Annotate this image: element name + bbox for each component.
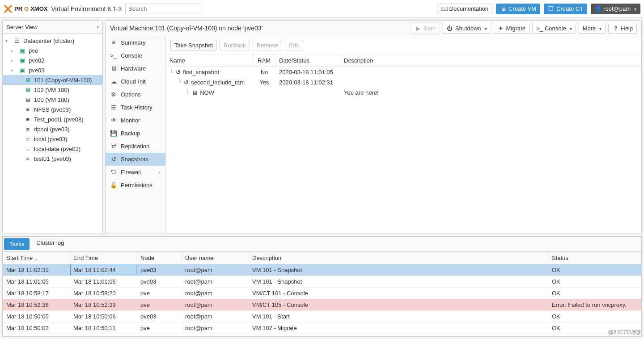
menu-hardware[interactable]: 🖥Hardware: [106, 62, 165, 75]
datacenter-icon: ☰: [13, 38, 21, 44]
collapse-icon[interactable]: ▾: [11, 68, 16, 73]
col-desc[interactable]: Description: [340, 54, 641, 67]
col-name[interactable]: Name: [166, 54, 253, 67]
task-start: Mar 18 11:01:05: [3, 276, 70, 287]
summary-icon: ≡: [110, 39, 117, 46]
tree-node-pve02[interactable]: ▸▣pve02: [3, 55, 102, 65]
task-row[interactable]: Mar 18 10:58:17Mar 18 10:58:20pveroot@pa…: [3, 288, 641, 299]
task-status: Error: Failed to run vncproxy.: [548, 299, 641, 310]
tab-cluster-log[interactable]: Cluster log: [31, 237, 69, 251]
collapse-icon[interactable]: ▾: [5, 38, 11, 43]
product-name-pr: PR: [14, 5, 22, 12]
tree-item-localdata[interactable]: ≡local-data (pve03): [3, 144, 102, 154]
proxmox-icon: [4, 4, 13, 13]
task-row[interactable]: Mar 18 10:50:05Mar 18 10:50:06pve03root@…: [3, 311, 641, 322]
col-end[interactable]: End Time: [70, 252, 137, 264]
col-ram[interactable]: RAM: [253, 54, 275, 67]
menu-options[interactable]: ⚙Options: [106, 88, 165, 101]
task-node: pve: [137, 299, 182, 310]
main-area: Server View▾ ▾ ☰ Datacenter (cluster) ▸▣…: [0, 18, 644, 236]
tree-item-102[interactable]: 🖥102 (VM 100): [3, 85, 102, 95]
tree-view-selector[interactable]: Server View▾: [3, 21, 102, 34]
tree-label: dpool (pve03): [34, 126, 70, 133]
menu-label: Console: [121, 52, 142, 59]
menu-replication[interactable]: ⇄Replication: [106, 140, 165, 153]
tab-tasks[interactable]: Tasks: [4, 238, 30, 250]
task-columns: Start Time ↓ End Time Node User name Des…: [3, 252, 641, 264]
tree-datacenter[interactable]: ▾ ☰ Datacenter (cluster): [3, 36, 102, 46]
col-desc[interactable]: Description: [249, 252, 548, 264]
snapshot-row[interactable]: └↺second_include_ramYes2020-03-18 11:02:…: [166, 77, 641, 88]
tree-label: local-data (pve03): [34, 146, 80, 152]
expand-icon[interactable]: ▸: [11, 48, 16, 53]
task-user: root@pam: [182, 322, 249, 334]
snapshot-row[interactable]: └🖥NOWYou are here!: [166, 88, 641, 98]
task-row[interactable]: Mar 18 11:01:05Mar 18 11:01:06pve03root@…: [3, 276, 641, 288]
tree-label: local (pve03): [34, 136, 67, 142]
product-logo: PROXMOX: [4, 4, 47, 13]
more-button[interactable]: More: [579, 23, 606, 33]
menu-cloud-init[interactable]: ☁Cloud-Init: [106, 75, 165, 88]
start-button[interactable]: ▶Start: [411, 23, 440, 33]
send-icon: ✈: [498, 25, 504, 32]
col-user[interactable]: User name: [182, 252, 249, 264]
menu-summary[interactable]: ≡Summary: [106, 36, 165, 49]
vm-off-icon: 🖥: [24, 96, 31, 103]
create-vm-button[interactable]: 🖥Create VM: [496, 4, 540, 14]
snapshot-date: 2020-03-18 11:01:05: [275, 67, 340, 77]
col-node[interactable]: Node: [137, 252, 182, 264]
monitor-icon: 🖥: [500, 5, 506, 12]
tree-item-tp1[interactable]: ≡Test_pool1 (pve03): [3, 114, 102, 124]
replication-icon: ⇄: [110, 143, 117, 150]
tree-label: Test_pool1 (pve03): [34, 116, 84, 123]
remove-button[interactable]: Remove: [253, 40, 282, 50]
storage-icon: ≡: [24, 146, 31, 152]
task-row[interactable]: Mar 18 10:50:03Mar 18 10:50:11pveroot@pa…: [3, 322, 641, 334]
task-start: Mar 18 10:50:03: [3, 322, 70, 334]
expand-icon[interactable]: ▸: [11, 58, 16, 63]
task-user: root@pam: [182, 264, 249, 276]
menu-snapshots[interactable]: ↺Snapshots: [106, 153, 165, 166]
user-menu-button[interactable]: 👤root@pam: [591, 4, 640, 14]
task-end: Mar 18 11:02:44: [70, 264, 137, 276]
console-button[interactable]: >_Console: [532, 23, 576, 33]
snapshot-date: [275, 88, 340, 98]
task-row[interactable]: Mar 18 11:02:31Mar 18 11:02:44pve03root@…: [3, 264, 641, 276]
task-row[interactable]: Mar 18 10:52:38Mar 18 10:52:39pveroot@pa…: [3, 299, 641, 311]
menu-task-history[interactable]: ☰Task History: [106, 101, 165, 114]
shutdown-button[interactable]: ⏻Shutdown: [443, 23, 491, 33]
task-end: Mar 18 10:50:06: [70, 311, 137, 322]
col-status[interactable]: Status: [548, 252, 641, 264]
snapshot-ram: [253, 88, 275, 98]
snapshot-name: first_snapshot: [183, 69, 219, 75]
tree-item-test01[interactable]: ≡test01 (pve03): [3, 154, 102, 163]
tree-item-local[interactable]: ≡local (pve03): [3, 134, 102, 144]
create-ct-button[interactable]: ❒Create CT: [544, 4, 587, 14]
snapshot-row[interactable]: └↺first_snapshotNo2020-03-18 11:01:05: [166, 67, 641, 77]
menu-firewall[interactable]: 🛡Firewall▸: [106, 166, 165, 179]
menu-backup[interactable]: 💾Backup: [106, 127, 165, 140]
tree-item-100[interactable]: 🖥100 (VM 100): [3, 95, 102, 105]
tree-node-pve03[interactable]: ▾▣pve03: [3, 65, 102, 75]
tree-item-101[interactable]: 🖥101 (Copy-of-VM-100): [3, 75, 102, 85]
search-input[interactable]: [125, 4, 201, 14]
menu-monitor[interactable]: 👁Monitor: [106, 114, 165, 127]
tree-elbow-icon: └: [186, 89, 190, 96]
tree-item-nfss[interactable]: ≡NFSS (pve03): [3, 105, 102, 114]
tree-item-dpool[interactable]: ≡dpool (pve03): [3, 124, 102, 134]
tree-node-pve[interactable]: ▸▣pve: [3, 46, 102, 55]
documentation-button[interactable]: 📖Documentation: [437, 4, 492, 14]
task-start: Mar 18 11:02:31: [3, 264, 70, 276]
menu-console[interactable]: >_Console: [106, 49, 165, 62]
rollback-button[interactable]: Rollback: [220, 40, 250, 50]
edit-button[interactable]: Edit: [285, 40, 303, 50]
col-date[interactable]: Date/Status: [275, 54, 340, 67]
migrate-button[interactable]: ✈Migrate: [494, 23, 530, 33]
task-user: root@pam: [182, 288, 249, 299]
tree-label: pve: [29, 47, 38, 54]
task-status: OK: [548, 311, 641, 322]
col-start[interactable]: Start Time ↓: [3, 252, 70, 264]
take-snapshot-button[interactable]: Take Snapshot: [170, 40, 217, 50]
help-button[interactable]: ?Help: [608, 23, 637, 33]
menu-permissions[interactable]: 🔓Permissions: [106, 179, 165, 192]
